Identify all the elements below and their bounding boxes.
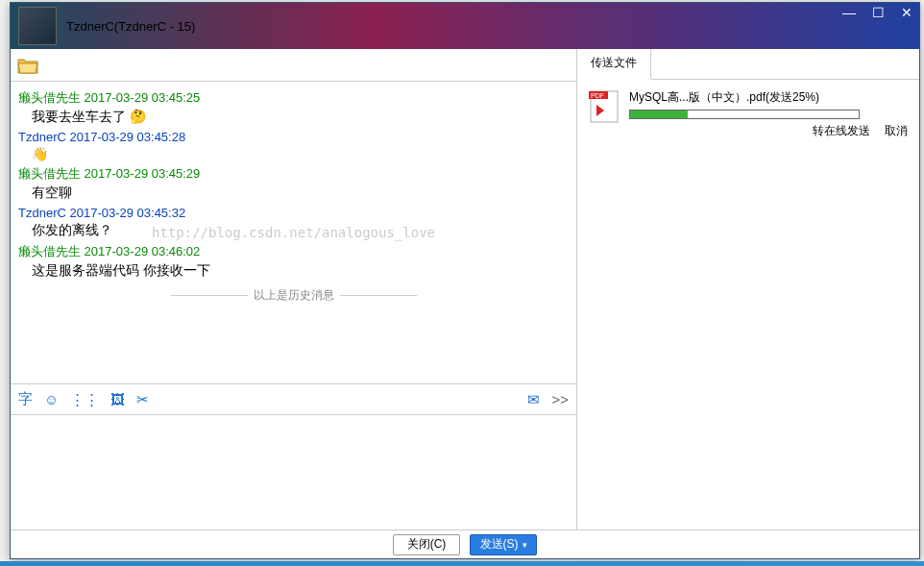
editor-toolbar: 字 ☺ ⋮⋮ 🖼 ✂ ✉ >>: [11, 383, 576, 414]
desktop-taskbar: [0, 561, 924, 566]
progress-bar: [629, 110, 860, 119]
maximize-button[interactable]: ☐: [869, 5, 887, 20]
window-controls: — ☐ ✕: [840, 5, 915, 20]
tab-file-transfer[interactable]: 传送文件: [577, 49, 651, 80]
file-info: MySQL高...版（中文）.pdf(发送25%) 转在线发送 取消: [629, 89, 908, 139]
top-toolbar: [11, 49, 576, 82]
window-title: TzdnerC(TzdnerC - 15): [66, 19, 195, 34]
transfer-panel: 传送文件 PDF MySQL高...版（中文）.pdf(发送25%) 转在线发送…: [577, 49, 919, 529]
message-body: 有空聊: [32, 185, 569, 202]
message-input[interactable]: [11, 414, 576, 529]
message-header: TzdnerC 2017-03-29 03:45:32: [18, 206, 569, 220]
mail-icon[interactable]: ✉: [527, 391, 540, 408]
send-button[interactable]: 发送(S): [470, 534, 537, 555]
close-button[interactable]: ✕: [898, 5, 915, 20]
pdf-icon: PDF: [589, 89, 620, 124]
minimize-button[interactable]: —: [840, 5, 858, 20]
contact-avatar[interactable]: [18, 7, 57, 45]
close-chat-button[interactable]: 关闭(C): [393, 534, 460, 555]
emoji-button[interactable]: ☺: [44, 391, 59, 407]
history-divider: 以上是历史消息: [18, 287, 569, 304]
switch-online-link[interactable]: 转在线发送: [813, 124, 870, 137]
font-button[interactable]: 字: [18, 390, 33, 408]
message-body: 我要去坐车去了 🤔: [32, 109, 569, 126]
image-button[interactable]: 🖼: [110, 391, 125, 407]
message-header: 癞头借先生 2017-03-29 03:45:29: [18, 165, 569, 183]
window-body: http://blog.csdn.net/analogous_love 癞头借先…: [11, 49, 919, 529]
message-header: TzdnerC 2017-03-29 03:45:28: [18, 130, 569, 144]
footer: 关闭(C) 发送(S): [11, 529, 919, 558]
more-button[interactable]: >>: [551, 391, 569, 407]
chat-window: TzdnerC(TzdnerC - 15) — ☐ ✕ http://blog.…: [10, 2, 920, 559]
file-transfer-item: PDF MySQL高...版（中文）.pdf(发送25%) 转在线发送 取消: [577, 80, 919, 149]
shake-button[interactable]: ⋮⋮: [70, 391, 99, 408]
file-name: MySQL高...版（中文）.pdf(发送25%): [629, 89, 908, 106]
file-actions: 转在线发送 取消: [629, 123, 908, 139]
message-body: 👋: [32, 146, 569, 161]
transfer-tabs: 传送文件: [577, 49, 919, 80]
message-header: 癞头借先生 2017-03-29 03:46:02: [18, 243, 569, 260]
message-header: 癞头借先生 2017-03-29 03:45:25: [18, 89, 569, 107]
chat-log[interactable]: http://blog.csdn.net/analogous_love 癞头借先…: [11, 82, 576, 383]
cancel-link[interactable]: 取消: [885, 124, 908, 137]
svg-text:PDF: PDF: [591, 92, 604, 99]
folder-icon[interactable]: [16, 56, 39, 75]
chat-panel: http://blog.csdn.net/analogous_love 癞头借先…: [11, 49, 577, 529]
screenshot-button[interactable]: ✂: [136, 391, 149, 408]
message-body: 你发的离线？: [32, 222, 569, 239]
message-body: 这是服务器端代码 你接收一下: [32, 262, 569, 280]
titlebar[interactable]: TzdnerC(TzdnerC - 15) — ☐ ✕: [11, 3, 919, 49]
